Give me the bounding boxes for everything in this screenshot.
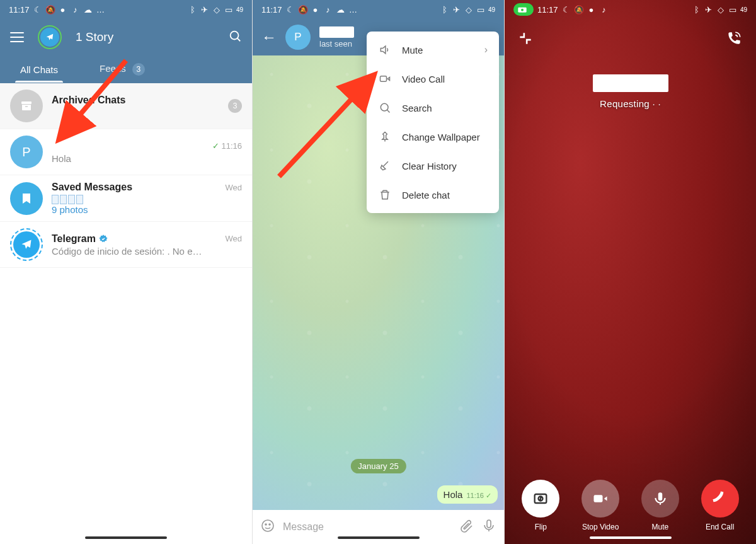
minimize-icon[interactable] <box>517 30 535 48</box>
flip-camera-button[interactable] <box>522 480 559 518</box>
message-input[interactable]: Message <box>283 521 451 533</box>
menu-search[interactable]: Search <box>367 93 499 122</box>
check-icon: ✓ <box>212 141 219 151</box>
contact-avatar: P <box>10 136 43 168</box>
phone-chat-view: 11:17 ☾ 🔕 ● ♪ ☁ … ᛒ ✈ ◇ ▭ 49 ← P last se… <box>252 0 504 544</box>
check-icon: ✓ <box>486 492 491 499</box>
wifi-icon: ◇ <box>716 5 725 14</box>
search-icon <box>378 101 392 115</box>
svg-rect-11 <box>487 520 491 528</box>
menu-icon[interactable] <box>10 32 24 42</box>
reddit-icon: ● <box>59 5 67 14</box>
phone-chat-list: 11:17 ☾ 🔕 ● ♪ ☁ … ᛒ ✈ ◇ ▭ 49 1 Story All <box>0 0 252 544</box>
airplane-icon: ✈ <box>200 5 209 14</box>
wifi-icon: ◇ <box>212 5 221 14</box>
wifi-icon: ◇ <box>464 5 473 14</box>
airplane-icon: ✈ <box>452 5 461 14</box>
microphone-icon[interactable] <box>481 518 496 536</box>
nav-handle[interactable] <box>590 536 672 539</box>
battery-pct: 49 <box>236 6 243 13</box>
end-call-button[interactable] <box>701 480 739 518</box>
broom-icon <box>378 159 392 173</box>
story-avatar[interactable] <box>38 25 62 49</box>
phone-ring-icon[interactable] <box>726 30 743 48</box>
bluetooth-icon: ᛒ <box>440 5 449 14</box>
tiktok-icon: ♪ <box>324 5 333 14</box>
nav-handle[interactable] <box>338 536 420 539</box>
svg-point-5 <box>381 103 388 111</box>
trash-icon <box>378 188 392 202</box>
chat-item-p[interactable]: P ✓11:16 Hola <box>0 129 252 175</box>
tab-feeds[interactable]: Feeds 3 <box>94 55 150 83</box>
stop-video-button[interactable] <box>581 480 619 518</box>
phone-video-call: 11:17 ☾ 🔕 ● ♪ ᛒ ✈ ◇ ▭ 49 Requesting · · <box>504 0 756 544</box>
call-info: Requesting · · <box>505 74 756 109</box>
menu-video-call[interactable]: Video Call <box>367 64 499 93</box>
verified-icon <box>98 234 108 244</box>
status-time: 11:17 <box>537 5 558 14</box>
archived-badge: 3 <box>228 99 242 113</box>
contact-name-redacted <box>319 26 354 38</box>
airplane-icon: ✈ <box>704 5 713 14</box>
chat-list-header: 1 Story <box>0 19 252 55</box>
status-bar: 11:17 ☾ 🔕 ● ♪ ᛒ ✈ ◇ ▭ 49 <box>505 0 756 19</box>
menu-delete-chat[interactable]: Delete chat <box>367 180 499 209</box>
battery-icon: ▭ <box>728 5 737 14</box>
back-icon[interactable]: ← <box>261 28 277 46</box>
reddit-icon: ● <box>311 5 320 14</box>
chevron-right-icon: › <box>484 44 488 55</box>
mute-button[interactable] <box>641 480 679 518</box>
paperclip-icon[interactable] <box>459 518 474 536</box>
camera-active-pill[interactable] <box>513 3 534 16</box>
telegram-logo-icon <box>40 28 59 47</box>
status-time: 11:17 <box>261 5 282 14</box>
saved-preview: 9 photos <box>52 194 242 215</box>
dnd-icon: 🔕 <box>575 5 583 14</box>
contact-avatar[interactable]: P <box>285 25 311 50</box>
call-controls-bar: Flip Stop Video Mute End Call <box>505 480 756 531</box>
battery-icon: ▭ <box>476 5 485 14</box>
menu-mute[interactable]: Mute › <box>367 35 499 64</box>
search-icon[interactable] <box>228 29 242 45</box>
archived-title: Archived Chats <box>52 95 125 106</box>
archived-chats-item[interactable]: Archived Chats 3 <box>0 83 252 129</box>
svg-rect-15 <box>594 495 603 502</box>
tiktok-icon: ♪ <box>600 5 609 14</box>
svg-rect-16 <box>658 492 663 501</box>
cloud-icon: ☁ <box>84 5 93 14</box>
menu-wallpaper[interactable]: Change Wallpaper <box>367 122 499 151</box>
story-title: 1 Story <box>76 30 113 44</box>
emoji-icon[interactable] <box>260 518 275 536</box>
video-icon <box>378 72 392 86</box>
svg-rect-1 <box>21 101 32 104</box>
svg-point-0 <box>231 32 239 40</box>
battery-pct: 49 <box>740 6 747 13</box>
nav-handle[interactable] <box>85 536 167 539</box>
bluetooth-icon: ᛒ <box>692 5 701 14</box>
more-icon: … <box>349 5 358 14</box>
more-icon: … <box>96 5 105 14</box>
chat-item-saved[interactable]: Saved Messages Wed 9 photos <box>0 175 252 222</box>
telegram-avatar <box>10 228 43 261</box>
cloud-icon: ☁ <box>336 5 345 14</box>
moon-icon: ☾ <box>286 5 295 14</box>
chat-list: Archived Chats 3 P ✓11:16 Hola <box>0 83 252 268</box>
chat-item-telegram[interactable]: Telegram Wed Código de inicio de sesión:… <box>0 222 252 268</box>
telegram-preview: Código de inicio de sesión: . No e… <box>52 246 242 257</box>
feeds-badge: 3 <box>132 63 145 76</box>
svg-point-13 <box>521 9 524 11</box>
menu-clear-history[interactable]: Clear History <box>367 151 499 180</box>
svg-point-9 <box>265 524 266 525</box>
date-separator: January 25 <box>350 459 406 473</box>
svg-rect-4 <box>381 76 387 81</box>
tiktok-icon: ♪ <box>71 5 80 14</box>
battery-pct: 49 <box>488 6 495 13</box>
message-bubble-out[interactable]: Hola 11:16 ✓ <box>437 485 498 504</box>
tab-all-chats[interactable]: All Chats <box>15 57 63 83</box>
svg-point-10 <box>269 524 270 525</box>
status-bar: 11:17 ☾ 🔕 ● ♪ ☁ … ᛒ ✈ ◇ ▭ 49 <box>253 0 504 19</box>
status-time: 11:17 <box>9 5 30 14</box>
moon-icon: ☾ <box>33 5 42 14</box>
archive-icon <box>10 90 43 122</box>
caller-name-redacted <box>593 74 668 92</box>
